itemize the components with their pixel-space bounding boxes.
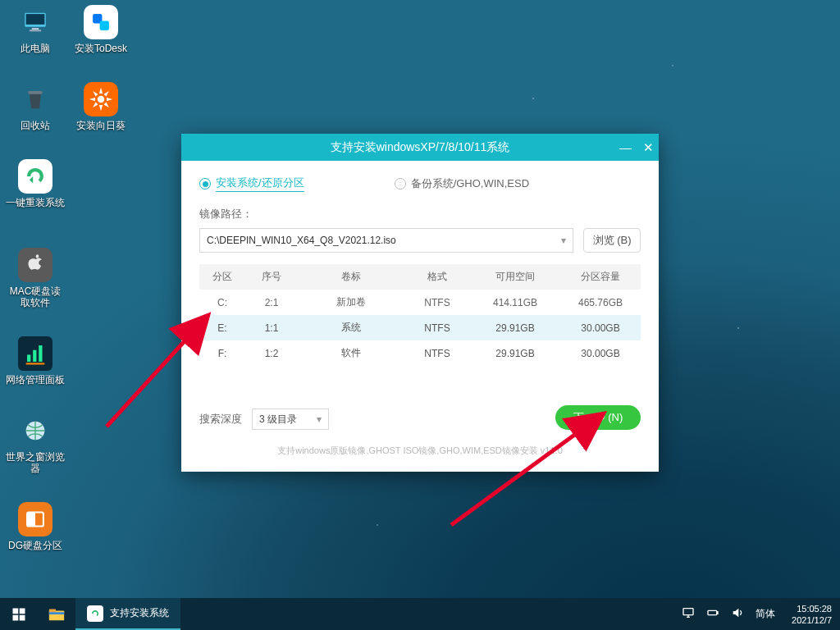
desktop-icon-label: 回收站	[5, 120, 66, 131]
image-path-label: 镜像路径：	[199, 207, 641, 221]
table-row[interactable]: C:2:1新加卷NTFS414.11GB465.76GB	[199, 290, 641, 315]
browse-button[interactable]: 浏览 (B)	[583, 228, 641, 253]
chevron-down-icon: ▾	[317, 413, 322, 425]
col-free: 可用空间	[470, 264, 560, 290]
window-title: 支持安装windowsXP/7/8/10/11系统	[331, 140, 510, 155]
col-capacity: 分区容量	[560, 264, 641, 290]
tab-install-label: 安装系统/还原分区	[216, 176, 304, 192]
table-row[interactable]: E:1:1系统NTFS29.91GB30.00GB	[199, 315, 641, 340]
desktop-icon-label: 网络管理面板	[5, 374, 66, 386]
installer-window: 支持安装windowsXP/7/8/10/11系统 — ✕ 安装系统/还原分区 …	[181, 134, 659, 472]
desktop-icon-recycle-bin[interactable]: 回收站	[5, 82, 66, 131]
taskbar-explorer[interactable]	[38, 598, 75, 630]
svg-rect-11	[27, 513, 35, 527]
svg-rect-5	[27, 354, 30, 362]
search-depth-select[interactable]: 3 级目录 ▾	[252, 409, 329, 430]
svg-rect-6	[33, 350, 36, 362]
svg-rect-4	[29, 91, 43, 94]
tray-clock[interactable]: 15:05:28 2021/12/7	[787, 603, 832, 626]
search-depth-value: 3 级目录	[259, 413, 297, 427]
clock-date: 2021/12/7	[792, 614, 832, 626]
col-partition: 分区	[199, 264, 245, 290]
clock-time: 15:05:28	[792, 603, 832, 614]
desktop-icon-dg[interactable]: DG硬盘分区	[5, 502, 66, 551]
svg-rect-17	[13, 608, 19, 614]
search-depth-label: 搜索深度	[199, 412, 242, 427]
tab-backup[interactable]: 备份系统/GHO,WIN,ESD	[395, 176, 529, 191]
svg-rect-13	[100, 21, 109, 30]
image-path-value: C:\DEEPIN_WIN10_X64_Q8_V2021.12.iso	[207, 235, 396, 246]
desktop-icon-label: MAC硬盘读取软件	[5, 285, 66, 308]
svg-rect-1	[26, 14, 45, 25]
tab-backup-label: 备份系统/GHO,WIN,ESD	[411, 176, 529, 191]
svg-rect-20	[20, 614, 25, 620]
image-path-input[interactable]: C:\DEEPIN_WIN10_X64_Q8_V2021.12.iso ▾	[199, 228, 573, 253]
desktop-icon-label: 此电脑	[5, 43, 66, 54]
desktop-icon-browser[interactable]: 世界之窗浏览器	[5, 413, 66, 474]
desktop-icon-mac-disk[interactable]: MAC硬盘读取软件	[5, 248, 66, 308]
svg-rect-8	[26, 363, 45, 364]
minimize-button[interactable]: —	[619, 140, 632, 154]
svg-rect-3	[30, 30, 41, 31]
close-button[interactable]: ✕	[643, 140, 654, 155]
radio-dot-icon	[395, 178, 406, 189]
desktop-icon-label: DG硬盘分区	[5, 540, 66, 551]
dropdown-icon: ▾	[561, 235, 566, 246]
desktop-icon-sunflower[interactable]: 安装向日葵	[71, 82, 131, 131]
desktop-icon-reinstall[interactable]: 一键重装系统	[5, 159, 66, 208]
titlebar[interactable]: 支持安装windowsXP/7/8/10/11系统 — ✕	[181, 134, 659, 161]
svg-rect-18	[20, 608, 25, 614]
desktop-icon-label: 安装ToDesk	[71, 43, 131, 54]
radio-dot-icon	[199, 178, 211, 189]
start-button[interactable]	[0, 598, 38, 630]
svg-rect-23	[49, 612, 64, 614]
partition-table: 分区 序号 卷标 格式 可用空间 分区容量 C:2:1新加卷NTFS414.11…	[199, 264, 641, 366]
col-volume: 卷标	[298, 264, 404, 290]
desktop-icon-label: 安装向日葵	[71, 120, 131, 131]
svg-rect-26	[717, 612, 718, 614]
svg-rect-22	[49, 609, 56, 612]
tray-volume-icon[interactable]	[731, 606, 744, 622]
taskbar: 支持安装系统 简体 15:05:28 2021/12/7	[0, 598, 840, 630]
svg-rect-19	[13, 614, 19, 620]
task-label: 支持安装系统	[110, 606, 169, 620]
tray-network-icon[interactable]	[682, 606, 695, 622]
desktop-icon-this-pc[interactable]: 此电脑	[5, 5, 66, 54]
svg-point-14	[98, 96, 105, 103]
svg-rect-7	[39, 345, 42, 362]
next-button[interactable]: 下一步 (N)	[555, 405, 641, 430]
task-icon	[87, 605, 103, 622]
desktop-icon-label: 世界之窗浏览器	[5, 451, 66, 474]
col-format: 格式	[404, 264, 470, 290]
taskbar-task-installer[interactable]: 支持安装系统	[75, 598, 180, 630]
tab-install-restore[interactable]: 安装系统/还原分区	[199, 176, 304, 192]
desktop-icon-net-panel[interactable]: 网络管理面板	[5, 336, 66, 386]
desktop-icon-label: 一键重装系统	[5, 197, 66, 208]
table-row[interactable]: F:1:2软件NTFS29.91GB30.00GB	[199, 340, 641, 366]
tray-battery-icon[interactable]	[706, 606, 719, 622]
svg-rect-25	[708, 610, 717, 614]
tray-ime[interactable]: 简体	[756, 607, 775, 621]
col-index: 序号	[245, 264, 298, 290]
svg-rect-24	[683, 609, 693, 615]
support-text: 支持windows原版镜像,GHOST ISO镜像,GHO,WIM,ESD镜像安…	[199, 445, 641, 457]
desktop-icon-todesk[interactable]: 安装ToDesk	[71, 5, 131, 54]
svg-rect-2	[32, 28, 39, 30]
